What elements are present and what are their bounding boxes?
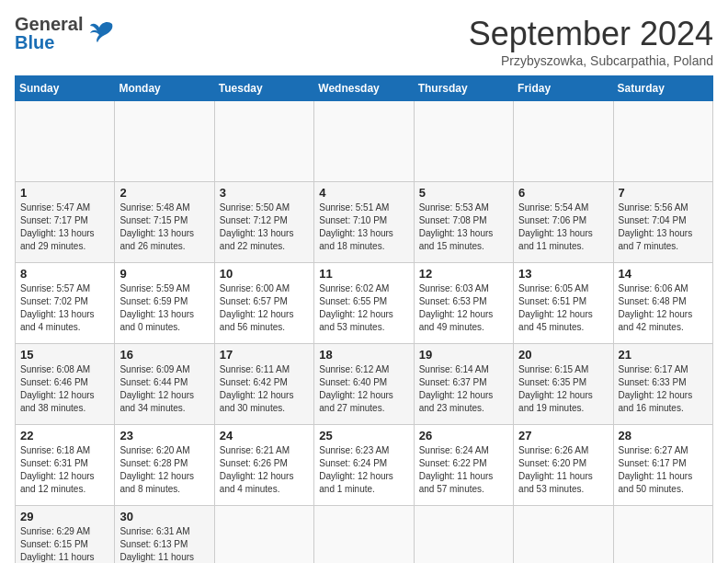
calendar-cell: 3Sunrise: 5:50 AM Sunset: 7:12 PM Daylig… [214,182,313,263]
col-header-sunday: Sunday [16,76,115,101]
day-number: 16 [119,348,209,362]
calendar-cell: 2Sunrise: 5:48 AM Sunset: 7:15 PM Daylig… [115,182,214,263]
day-number: 30 [119,510,209,523]
calendar-cell: 8Sunrise: 5:57 AM Sunset: 7:02 PM Daylig… [16,263,115,344]
calendar-cell: 18Sunrise: 6:12 AM Sunset: 6:40 PM Dayli… [314,344,414,425]
calendar-week-row [16,101,713,182]
col-header-monday: Monday [115,76,214,101]
day-number: 15 [20,348,109,362]
day-number: 23 [119,429,209,442]
calendar-cell: 25Sunrise: 6:23 AM Sunset: 6:24 PM Dayli… [314,425,414,506]
calendar-cell: 15Sunrise: 6:08 AM Sunset: 6:46 PM Dayli… [16,344,115,425]
day-number: 3 [220,186,309,200]
calendar-cell: 12Sunrise: 6:03 AM Sunset: 6:53 PM Dayli… [414,263,513,344]
day-info: Sunrise: 6:05 AM Sunset: 6:51 PM Dayligh… [518,282,608,334]
day-number: 8 [20,267,109,281]
day-info: Sunrise: 6:29 AM Sunset: 6:15 PM Dayligh… [20,525,109,563]
day-number: 1 [20,186,109,200]
col-header-wednesday: Wednesday [314,76,414,101]
calendar-cell: 1Sunrise: 5:47 AM Sunset: 7:17 PM Daylig… [16,182,115,263]
day-number: 26 [419,429,508,442]
calendar-cell: 29Sunrise: 6:29 AM Sunset: 6:15 PM Dayli… [16,506,115,564]
day-info: Sunrise: 6:02 AM Sunset: 6:55 PM Dayligh… [319,282,408,334]
day-number: 2 [119,186,209,200]
col-header-saturday: Saturday [613,76,712,101]
day-number: 11 [319,267,408,281]
day-info: Sunrise: 5:57 AM Sunset: 7:02 PM Dayligh… [20,282,109,334]
calendar-cell: 6Sunrise: 5:54 AM Sunset: 7:06 PM Daylig… [514,182,613,263]
calendar-week-row: 22Sunrise: 6:18 AM Sunset: 6:31 PM Dayli… [16,425,713,506]
day-number: 12 [419,267,508,281]
day-info: Sunrise: 6:06 AM Sunset: 6:48 PM Dayligh… [619,282,708,334]
calendar-cell [214,101,313,182]
day-number: 5 [419,186,508,200]
day-number: 14 [619,267,708,281]
calendar-cell [514,506,613,564]
calendar-cell: 26Sunrise: 6:24 AM Sunset: 6:22 PM Dayli… [414,425,513,506]
day-info: Sunrise: 6:18 AM Sunset: 6:31 PM Dayligh… [20,444,109,496]
day-info: Sunrise: 5:59 AM Sunset: 6:59 PM Dayligh… [119,282,209,334]
subtitle: Przybyszowka, Subcarpathia, Poland [469,53,713,68]
day-info: Sunrise: 5:53 AM Sunset: 7:08 PM Dayligh… [419,201,508,253]
day-info: Sunrise: 6:20 AM Sunset: 6:28 PM Dayligh… [119,444,209,496]
calendar-week-row: 29Sunrise: 6:29 AM Sunset: 6:15 PM Dayli… [16,506,713,564]
calendar-cell: 14Sunrise: 6:06 AM Sunset: 6:48 PM Dayli… [613,263,712,344]
calendar-cell [314,101,414,182]
day-info: Sunrise: 6:03 AM Sunset: 6:53 PM Dayligh… [419,282,508,334]
calendar-week-row: 8Sunrise: 5:57 AM Sunset: 7:02 PM Daylig… [16,263,713,344]
day-info: Sunrise: 6:23 AM Sunset: 6:24 PM Dayligh… [319,444,408,496]
calendar-cell [613,506,712,564]
day-info: Sunrise: 6:26 AM Sunset: 6:20 PM Dayligh… [518,444,608,496]
day-number: 29 [20,510,109,523]
bird-icon [86,17,116,50]
day-number: 20 [518,348,608,362]
calendar-cell: 23Sunrise: 6:20 AM Sunset: 6:28 PM Dayli… [115,425,214,506]
day-number: 18 [319,348,408,362]
day-info: Sunrise: 6:21 AM Sunset: 6:26 PM Dayligh… [220,444,309,496]
calendar-cell [414,101,513,182]
calendar-week-row: 1Sunrise: 5:47 AM Sunset: 7:17 PM Daylig… [16,182,713,263]
logo-general: General [15,15,83,33]
day-info: Sunrise: 5:48 AM Sunset: 7:15 PM Dayligh… [119,201,209,253]
calendar-cell: 19Sunrise: 6:14 AM Sunset: 6:37 PM Dayli… [414,344,513,425]
calendar-header-row: SundayMondayTuesdayWednesdayThursdayFrid… [16,76,713,101]
day-number: 19 [419,348,508,362]
calendar-cell [613,101,712,182]
col-header-thursday: Thursday [414,76,513,101]
day-info: Sunrise: 6:27 AM Sunset: 6:17 PM Dayligh… [619,444,708,496]
day-info: Sunrise: 5:54 AM Sunset: 7:06 PM Dayligh… [518,201,608,253]
calendar-cell: 5Sunrise: 5:53 AM Sunset: 7:08 PM Daylig… [414,182,513,263]
day-number: 13 [518,267,608,281]
calendar-cell: 22Sunrise: 6:18 AM Sunset: 6:31 PM Dayli… [16,425,115,506]
day-info: Sunrise: 6:17 AM Sunset: 6:33 PM Dayligh… [619,363,708,415]
day-number: 22 [20,429,109,442]
day-number: 28 [619,429,708,442]
day-number: 24 [220,429,309,442]
calendar-cell [514,101,613,182]
day-info: Sunrise: 6:11 AM Sunset: 6:42 PM Dayligh… [220,363,309,415]
calendar-cell: 9Sunrise: 5:59 AM Sunset: 6:59 PM Daylig… [115,263,214,344]
month-title: September 2024 [469,15,713,53]
day-number: 7 [619,186,708,200]
col-header-tuesday: Tuesday [214,76,313,101]
logo-name: General Blue [15,15,83,52]
day-info: Sunrise: 6:24 AM Sunset: 6:22 PM Dayligh… [419,444,508,496]
calendar-cell: 30Sunrise: 6:31 AM Sunset: 6:13 PM Dayli… [115,506,214,564]
day-number: 6 [518,186,608,200]
calendar-cell: 27Sunrise: 6:26 AM Sunset: 6:20 PM Dayli… [514,425,613,506]
day-info: Sunrise: 6:08 AM Sunset: 6:46 PM Dayligh… [20,363,109,415]
calendar-cell: 28Sunrise: 6:27 AM Sunset: 6:17 PM Dayli… [613,425,712,506]
day-info: Sunrise: 5:50 AM Sunset: 7:12 PM Dayligh… [220,201,309,253]
day-number: 17 [220,348,309,362]
day-number: 25 [319,429,408,442]
day-info: Sunrise: 6:15 AM Sunset: 6:35 PM Dayligh… [518,363,608,415]
col-header-friday: Friday [514,76,613,101]
logo: General Blue [15,15,116,52]
day-number: 9 [119,267,209,281]
day-info: Sunrise: 5:56 AM Sunset: 7:04 PM Dayligh… [619,201,708,253]
calendar-cell: 4Sunrise: 5:51 AM Sunset: 7:10 PM Daylig… [314,182,414,263]
calendar-cell: 7Sunrise: 5:56 AM Sunset: 7:04 PM Daylig… [613,182,712,263]
calendar-cell: 13Sunrise: 6:05 AM Sunset: 6:51 PM Dayli… [514,263,613,344]
calendar-cell: 24Sunrise: 6:21 AM Sunset: 6:26 PM Dayli… [214,425,313,506]
calendar-week-row: 15Sunrise: 6:08 AM Sunset: 6:46 PM Dayli… [16,344,713,425]
